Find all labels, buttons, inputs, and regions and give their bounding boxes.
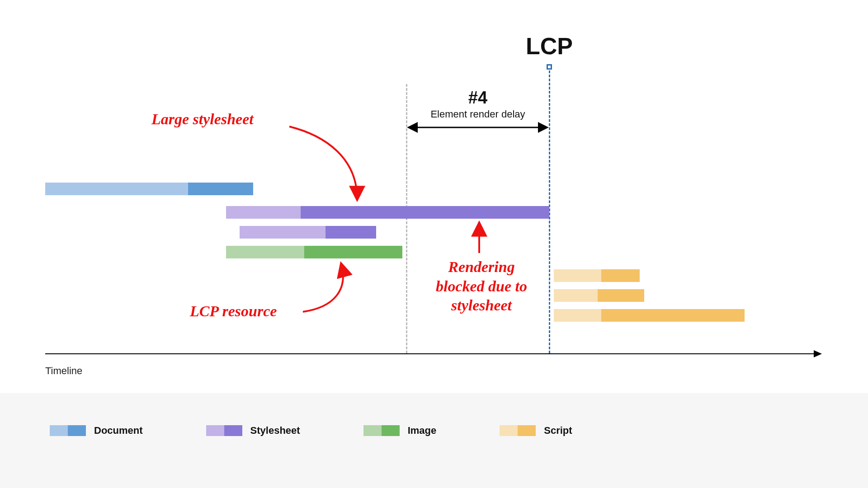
bar-script-3 xyxy=(554,309,745,322)
phase-start-line xyxy=(406,84,407,353)
bar-stylesheet-large xyxy=(226,206,549,219)
legend-item-image: Image xyxy=(363,425,437,436)
legend: Document Stylesheet Image Script xyxy=(50,425,572,436)
legend-label-stylesheet: Stylesheet xyxy=(250,425,300,436)
phase-name: Element render delay xyxy=(430,108,525,120)
swatch-image-icon xyxy=(363,425,400,436)
bar-script-1 xyxy=(554,269,640,282)
timeline-axis-label: Timeline xyxy=(45,365,82,377)
timeline-arrowhead-icon xyxy=(814,350,822,357)
lcp-title: LCP xyxy=(526,33,573,60)
legend-item-stylesheet: Stylesheet xyxy=(206,425,300,436)
swatch-stylesheet-icon xyxy=(206,425,242,436)
legend-item-document: Document xyxy=(50,425,143,436)
annotation-render-blocked: Rendering blocked due to stylesheet xyxy=(429,258,533,315)
annotation-lcp-resource: LCP resource xyxy=(190,303,277,320)
bar-stylesheet-small xyxy=(240,226,376,239)
lcp-marker-cap xyxy=(547,64,552,70)
swatch-document-icon xyxy=(50,425,86,436)
timeline-axis xyxy=(45,353,814,354)
legend-background xyxy=(0,393,868,488)
annotation-arrow-lcp-resource xyxy=(303,264,343,312)
bar-image-lcp xyxy=(226,246,402,258)
legend-label-document: Document xyxy=(94,425,143,436)
phase-number: #4 xyxy=(468,88,487,108)
swatch-script-icon xyxy=(500,425,536,436)
legend-item-script: Script xyxy=(500,425,572,436)
annotation-arrow-large-stylesheet xyxy=(289,127,357,199)
legend-label-image: Image xyxy=(408,425,437,436)
annotation-large-stylesheet: Large stylesheet xyxy=(151,111,254,128)
legend-label-script: Script xyxy=(544,425,572,436)
bar-document xyxy=(45,183,253,195)
bar-script-2 xyxy=(554,289,644,302)
diagram-canvas: LCP #4 Element render delay Large styles… xyxy=(0,0,868,488)
